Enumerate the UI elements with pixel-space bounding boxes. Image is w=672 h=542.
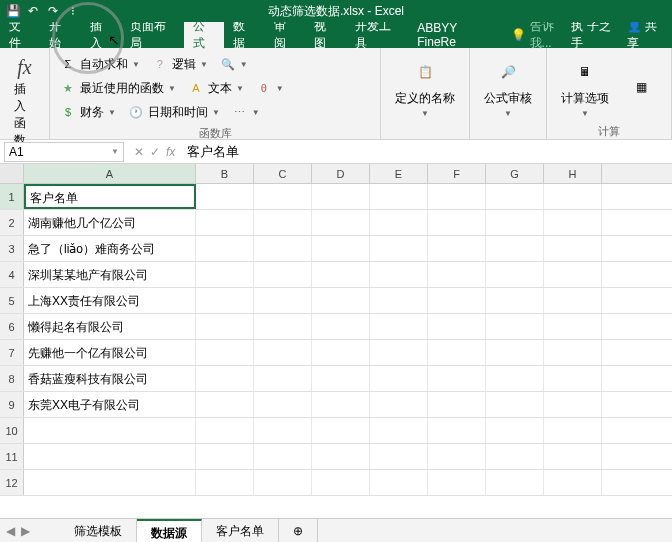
cell[interactable]	[486, 210, 544, 235]
cell[interactable]	[486, 366, 544, 391]
cell[interactable]	[254, 184, 312, 209]
more-button[interactable]: ⋯▼	[228, 102, 264, 122]
cell[interactable]	[196, 366, 254, 391]
cell[interactable]: 懒得起名有限公司	[24, 314, 196, 339]
tab-review[interactable]: 审阅	[265, 22, 305, 48]
cell[interactable]	[544, 392, 602, 417]
col-header-F[interactable]: F	[428, 164, 486, 183]
cell[interactable]	[254, 236, 312, 261]
cell[interactable]	[544, 184, 602, 209]
tab-insert[interactable]: 插入	[81, 22, 121, 48]
cell[interactable]	[254, 262, 312, 287]
defined-names-button[interactable]: 📋 定义的名称▼	[387, 52, 463, 122]
row-header[interactable]: 1	[0, 184, 24, 209]
qat-dropdown-icon[interactable]: ⁝	[66, 4, 80, 18]
cell[interactable]	[254, 366, 312, 391]
formula-bar[interactable]: 客户名单	[181, 143, 672, 161]
cell[interactable]: 客户名单	[24, 184, 196, 209]
cell[interactable]	[24, 470, 196, 495]
col-header-E[interactable]: E	[370, 164, 428, 183]
cell[interactable]	[196, 314, 254, 339]
cell[interactable]	[370, 392, 428, 417]
cell[interactable]	[254, 340, 312, 365]
cell[interactable]	[196, 262, 254, 287]
sheet-tab-1[interactable]: 筛选模板	[60, 519, 137, 543]
sheet-nav-next-icon[interactable]: ▶	[21, 524, 30, 538]
formula-audit-button[interactable]: 🔎 公式审核▼	[476, 52, 540, 122]
cell[interactable]	[24, 444, 196, 469]
cell[interactable]: 深圳某某地产有限公司	[24, 262, 196, 287]
logical-button[interactable]: ?逻辑▼	[148, 54, 212, 75]
cell[interactable]	[196, 340, 254, 365]
cell[interactable]	[486, 444, 544, 469]
cell[interactable]	[486, 340, 544, 365]
col-header-C[interactable]: C	[254, 164, 312, 183]
cell[interactable]	[312, 262, 370, 287]
cell[interactable]	[486, 236, 544, 261]
sheet-nav-prev-icon[interactable]: ◀	[6, 524, 15, 538]
confirm-icon[interactable]: ✓	[150, 145, 160, 159]
cell[interactable]	[544, 366, 602, 391]
row-header[interactable]: 7	[0, 340, 24, 365]
cell[interactable]	[428, 418, 486, 443]
cell[interactable]	[312, 366, 370, 391]
col-header-A[interactable]: A	[24, 164, 196, 183]
insert-function-button[interactable]: fx 插入函数	[6, 52, 43, 153]
cell[interactable]	[370, 470, 428, 495]
cell[interactable]	[196, 210, 254, 235]
financial-button[interactable]: $财务▼	[56, 102, 120, 123]
row-header[interactable]: 8	[0, 366, 24, 391]
cell[interactable]	[370, 184, 428, 209]
fx-icon[interactable]: fx	[166, 145, 175, 159]
cell[interactable]	[254, 470, 312, 495]
cell[interactable]	[370, 418, 428, 443]
user-name[interactable]: 执 子之手	[571, 18, 619, 52]
row-header[interactable]: 11	[0, 444, 24, 469]
cell[interactable]	[370, 262, 428, 287]
cell[interactable]	[544, 470, 602, 495]
cell[interactable]	[544, 418, 602, 443]
cell[interactable]	[370, 236, 428, 261]
col-header-G[interactable]: G	[486, 164, 544, 183]
tab-home[interactable]: 开始	[40, 22, 80, 48]
save-icon[interactable]: 💾	[6, 4, 20, 18]
cell[interactable]	[486, 184, 544, 209]
cell[interactable]	[370, 444, 428, 469]
cell[interactable]	[486, 392, 544, 417]
undo-icon[interactable]: ↶	[26, 4, 40, 18]
cancel-icon[interactable]: ✕	[134, 145, 144, 159]
cell[interactable]	[428, 444, 486, 469]
share-button[interactable]: 👤 共享	[627, 18, 666, 52]
cell[interactable]: 急了（liǎo）难商务公司	[24, 236, 196, 261]
cell[interactable]	[254, 444, 312, 469]
cell[interactable]	[312, 340, 370, 365]
cell[interactable]	[196, 444, 254, 469]
recent-button[interactable]: ★最近使用的函数▼	[56, 78, 180, 99]
cell[interactable]	[196, 236, 254, 261]
sheet-tab-3[interactable]: 客户名单	[202, 519, 279, 543]
row-header[interactable]: 2	[0, 210, 24, 235]
cell[interactable]	[312, 444, 370, 469]
row-header[interactable]: 12	[0, 470, 24, 495]
cell[interactable]	[544, 340, 602, 365]
row-header[interactable]: 5	[0, 288, 24, 313]
col-header-B[interactable]: B	[196, 164, 254, 183]
chevron-down-icon[interactable]: ▼	[111, 147, 119, 156]
cell[interactable]	[370, 340, 428, 365]
tab-view[interactable]: 视图	[305, 22, 345, 48]
cell[interactable]	[544, 210, 602, 235]
cell[interactable]	[254, 288, 312, 313]
cell[interactable]	[312, 470, 370, 495]
name-box[interactable]: A1▼	[4, 142, 124, 162]
cell[interactable]	[196, 470, 254, 495]
cell[interactable]	[312, 288, 370, 313]
cell[interactable]	[196, 392, 254, 417]
row-header[interactable]: 6	[0, 314, 24, 339]
cell[interactable]	[370, 366, 428, 391]
cell[interactable]	[428, 210, 486, 235]
col-header-H[interactable]: H	[544, 164, 602, 183]
tab-file[interactable]: 文件	[0, 22, 40, 48]
cell[interactable]	[370, 288, 428, 313]
cell[interactable]	[24, 418, 196, 443]
cell[interactable]	[254, 210, 312, 235]
